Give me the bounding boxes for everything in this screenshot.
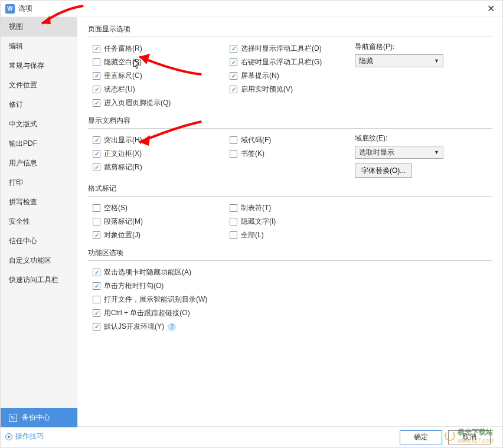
checkbox-icon <box>230 58 237 66</box>
tips-link[interactable]: 操作技巧 <box>5 431 44 442</box>
main-area: 视图 编辑 常规与保存 文件位置 修订 中文版式 输出PDF 用户信息 打印 拼… <box>1 17 502 427</box>
sidebar-item-customize-ribbon[interactable]: 自定义功能区 <box>1 251 77 270</box>
checkbox-icon <box>230 204 237 212</box>
backup-center-button[interactable]: ↻ 备份中心 <box>1 408 77 427</box>
checkbox-icon <box>93 150 100 158</box>
sidebar-item-print[interactable]: 打印 <box>1 173 77 192</box>
check-text-border[interactable]: 正文边框(X) <box>88 147 225 161</box>
window-title: 选项 <box>18 4 484 14</box>
play-icon <box>5 433 12 440</box>
check-screen-tips[interactable]: 屏幕提示(N) <box>225 69 355 83</box>
checkbox-icon <box>93 269 100 276</box>
content-panel: 页面显示选项 任务窗格(R) 隐藏空白(B) 垂直标尺(C) 状态栏(U) 进入… <box>77 17 502 427</box>
sidebar-item-chinese-layout[interactable]: 中文版式 <box>1 115 77 134</box>
app-icon: W <box>5 4 15 14</box>
backup-icon: ↻ <box>9 414 17 422</box>
nav-pane-label: 导航窗格(P): <box>355 42 473 52</box>
check-float-toolbar-rightclick[interactable]: 右键时显示浮动工具栏(G) <box>225 55 355 69</box>
section-title-ribbon: 功能区选项 <box>88 248 492 261</box>
sidebar-item-general-save[interactable]: 常规与保存 <box>1 56 77 76</box>
section-title-format-marks: 格式标记 <box>88 184 492 197</box>
check-ctrl-click-link[interactable]: 用Ctrl + 单击跟踪超链接(O) <box>88 306 492 320</box>
sidebar-item-view[interactable]: 视图 <box>1 17 77 37</box>
check-open-smart-toc[interactable]: 打开文件，展示智能识别目录(W) <box>88 293 492 306</box>
checkbox-icon <box>93 231 100 239</box>
checkbox-icon <box>230 231 237 239</box>
checkbox-icon <box>230 86 237 93</box>
check-default-js-env[interactable]: 默认JS开发环境(Y)? <box>88 320 492 333</box>
nav-pane-select[interactable]: 隐藏▼ <box>355 54 443 67</box>
check-header-footer-hint[interactable]: 进入页眉页脚提示(Q) <box>88 96 225 110</box>
checkbox-icon <box>93 99 100 107</box>
checkbox-icon <box>93 282 100 290</box>
check-float-toolbar-select[interactable]: 选择时显示浮动工具栏(D) <box>225 42 355 55</box>
swirl-icon <box>445 430 455 441</box>
sidebar-item-revision[interactable]: 修订 <box>1 95 77 115</box>
check-task-pane[interactable]: 任务窗格(R) <box>88 42 225 55</box>
check-hide-whitespace[interactable]: 隐藏空白(B) <box>88 55 225 69</box>
checkbox-icon <box>93 296 100 303</box>
check-field-codes[interactable]: 域代码(F) <box>225 133 355 147</box>
checkbox-icon <box>230 218 237 225</box>
sidebar-item-security[interactable]: 安全性 <box>1 212 77 231</box>
check-hidden-text[interactable]: 隐藏文字(I) <box>225 215 355 228</box>
sidebar-item-output-pdf[interactable]: 输出PDF <box>1 134 77 153</box>
check-bookmarks[interactable]: 书签(K) <box>225 147 355 161</box>
sidebar-item-trust-center[interactable]: 信任中心 <box>1 231 77 251</box>
checkbox-icon <box>93 204 100 212</box>
checkbox-icon <box>93 309 100 317</box>
check-tabs[interactable]: 制表符(T) <box>225 201 355 215</box>
check-paragraph-marks[interactable]: 段落标记(M) <box>88 215 225 228</box>
check-click-box-check[interactable]: 单击方框时打勾(O) <box>88 279 492 293</box>
check-spaces[interactable]: 空格(S) <box>88 201 225 215</box>
sidebar-item-spellcheck[interactable]: 拼写检查 <box>1 192 77 212</box>
checkbox-icon <box>93 45 100 53</box>
sidebar-item-quick-access[interactable]: 快速访问工具栏 <box>1 270 77 290</box>
section-title-page-display: 页面显示选项 <box>88 24 492 37</box>
sidebar-item-user-info[interactable]: 用户信息 <box>1 153 77 173</box>
check-object-position[interactable]: 对象位置(J) <box>88 228 225 242</box>
sidebar-item-file-location[interactable]: 文件位置 <box>1 76 77 95</box>
help-icon[interactable]: ? <box>168 323 176 331</box>
close-icon[interactable]: ✕ <box>484 2 498 16</box>
check-crop-marks[interactable]: 裁剪标记(R) <box>88 161 225 174</box>
checkbox-icon <box>230 150 237 158</box>
check-vertical-ruler[interactable]: 垂直标尺(C) <box>88 69 225 83</box>
checkbox-icon <box>93 218 100 225</box>
checkbox-icon <box>230 72 237 80</box>
chevron-down-icon: ▼ <box>434 149 439 155</box>
checkbox-icon <box>93 323 100 331</box>
sidebar-item-edit[interactable]: 编辑 <box>1 37 77 56</box>
check-all[interactable]: 全部(L) <box>225 228 355 242</box>
titlebar: W 选项 ✕ <box>1 1 502 17</box>
checkbox-icon <box>93 86 100 93</box>
checkbox-icon <box>93 136 100 144</box>
chevron-down-icon: ▼ <box>434 58 439 64</box>
check-dblclick-hide-ribbon[interactable]: 双击选项卡时隐藏功能区(A) <box>88 266 492 279</box>
check-live-preview[interactable]: 启用实时预览(V) <box>225 83 355 96</box>
check-highlight[interactable]: 突出显示(H) <box>88 133 225 147</box>
checkbox-icon <box>93 163 100 171</box>
check-status-bar[interactable]: 状态栏(U) <box>88 83 225 96</box>
sidebar: 视图 编辑 常规与保存 文件位置 修订 中文版式 输出PDF 用户信息 打印 拼… <box>1 17 77 427</box>
footer: 确定 取消 <box>77 426 502 447</box>
field-shading-label: 域底纹(E): <box>355 133 473 143</box>
section-title-doc-content: 显示文档内容 <box>88 116 492 129</box>
font-substitution-button[interactable]: 字体替换(O)... <box>355 163 412 178</box>
checkbox-icon <box>93 72 100 80</box>
watermark: 极光下载站 www.xz7.com <box>445 427 494 444</box>
ok-button[interactable]: 确定 <box>400 430 442 444</box>
field-shading-select[interactable]: 选取时显示▼ <box>355 146 443 159</box>
checkbox-icon <box>230 136 237 144</box>
checkbox-icon <box>93 58 100 66</box>
checkbox-icon <box>230 45 237 53</box>
